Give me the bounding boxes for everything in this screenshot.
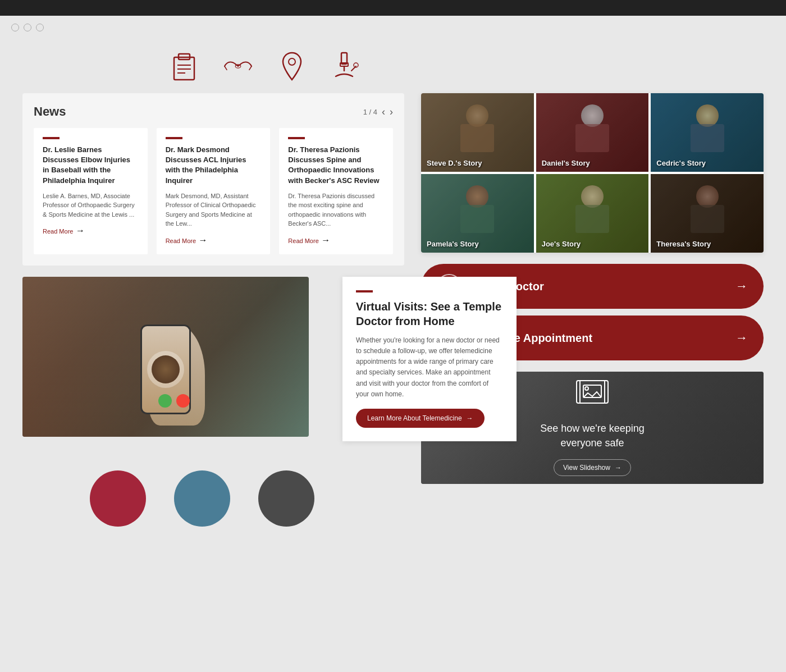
story-label-steve: Steve D.'s Story xyxy=(427,159,482,167)
story-item-cedric[interactable]: Cedric's Story xyxy=(651,93,764,172)
main-content: News 1 / 4 ‹ › Dr. Leslie Barnes Discuss… xyxy=(0,93,786,549)
telemedicine-button-arrow: → xyxy=(467,414,473,422)
news-card-2-accent xyxy=(166,137,182,139)
telemedicine-learn-more-button[interactable]: Learn More About Telemedicine → xyxy=(356,409,485,428)
window-controls xyxy=(0,16,786,39)
blue-dot xyxy=(174,470,230,527)
microscope-icon xyxy=(330,51,362,82)
story-item-daniel[interactable]: Daniel's Story xyxy=(536,93,649,172)
news-navigation: 1 / 4 ‹ › xyxy=(363,106,393,118)
news-section: News 1 / 4 ‹ › Dr. Leslie Barnes Discuss… xyxy=(22,93,404,266)
window-dot-3 xyxy=(36,24,44,31)
window-dot-1 xyxy=(11,24,19,31)
microscope-icon-item[interactable] xyxy=(330,51,362,82)
news-title: News xyxy=(34,104,66,119)
news-pagination: 1 / 4 xyxy=(363,108,377,116)
top-bar xyxy=(0,0,786,16)
story-item-pamela[interactable]: Pamela's Story xyxy=(421,174,534,253)
location-pin-icon xyxy=(276,51,308,82)
news-card-2-read-more[interactable]: Read More xyxy=(166,237,196,244)
news-card-2-body: Mark Desmond, MD, Assistant Professor of… xyxy=(166,191,262,228)
story-label-theresa: Theresa's Story xyxy=(656,240,711,248)
telemedicine-text-box: Virtual Visits: See a Temple Doctor from… xyxy=(342,277,517,441)
story-label-pamela: Pamela's Story xyxy=(427,240,479,248)
slideshow-button-label: View Slideshow xyxy=(563,464,610,472)
handshake-icon-item[interactable] xyxy=(222,51,254,82)
dark-dot xyxy=(258,470,314,527)
news-card-3-read-more[interactable]: Read More xyxy=(288,237,318,244)
window-dot-2 xyxy=(24,24,31,31)
story-item-steve[interactable]: Steve D.'s Story xyxy=(421,93,534,172)
news-card-1-accent xyxy=(43,137,60,139)
telemedicine-title: Virtual Visits: See a Temple Doctor from… xyxy=(356,299,503,328)
telemedicine-button-label: Learn More About Telemedicine xyxy=(367,414,462,422)
svg-point-22 xyxy=(585,387,588,390)
slideshow-text-line1: See how we're keeping xyxy=(540,422,645,436)
location-icon-item[interactable] xyxy=(276,51,308,82)
svg-rect-18 xyxy=(577,381,608,403)
news-card-2-title: Dr. Mark Desmond Discusses ACL Injuries … xyxy=(166,145,262,186)
find-doctor-arrow: → xyxy=(735,279,748,294)
telemedicine-section: Virtual Visits: See a Temple Doctor from… xyxy=(22,277,404,437)
schedule-arrow: → xyxy=(735,331,748,345)
icons-row xyxy=(0,39,786,93)
svg-point-6 xyxy=(289,58,295,65)
handshake-icon xyxy=(222,51,254,82)
stories-grid: Steve D.'s Story Daniel's Story Cedric's… xyxy=(421,93,764,253)
left-column: News 1 / 4 ‹ › Dr. Leslie Barnes Discuss… xyxy=(22,93,404,527)
story-item-theresa[interactable]: Theresa's Story xyxy=(651,174,764,253)
news-card-1-arrow: → xyxy=(76,226,85,235)
story-label-cedric: Cedric's Story xyxy=(656,159,706,167)
news-card-1-read-more[interactable]: Read More xyxy=(43,228,73,235)
slideshow-button-arrow: → xyxy=(615,464,622,472)
news-card-1-title: Dr. Leslie Barnes Discusses Elbow Injuri… xyxy=(43,145,139,186)
news-card-3-body: Dr. Theresa Pazionis discussed the most … xyxy=(288,191,384,228)
view-slideshow-button[interactable]: View Slideshow → xyxy=(554,459,631,476)
slideshow-text: See how we're keeping everyone safe xyxy=(540,422,645,450)
news-card-1: Dr. Leslie Barnes Discusses Elbow Injuri… xyxy=(34,128,148,254)
news-card-1-body: Leslie A. Barnes, MD, Associate Professo… xyxy=(43,191,139,220)
story-label-joe: Joe's Story xyxy=(542,240,581,248)
clipboard-icon xyxy=(168,51,200,82)
news-next-arrow[interactable]: › xyxy=(390,106,393,118)
news-card-2-arrow: → xyxy=(199,235,208,245)
slideshow-text-line2: everyone safe xyxy=(540,436,645,450)
news-prev-arrow[interactable]: ‹ xyxy=(382,106,385,118)
story-item-joe[interactable]: Joe's Story xyxy=(536,174,649,253)
telemedicine-body: Whether you're looking for a new doctor … xyxy=(356,335,503,400)
red-dot xyxy=(90,470,146,527)
news-header: News 1 / 4 ‹ › xyxy=(34,104,393,119)
telemedicine-accent xyxy=(356,290,373,292)
news-card-3-title: Dr. Theresa Pazionis Discusses Spine and… xyxy=(288,145,384,186)
clipboard-icon-item[interactable] xyxy=(168,51,200,82)
news-card-3-arrow: → xyxy=(321,235,330,245)
news-cards-container: Dr. Leslie Barnes Discusses Elbow Injuri… xyxy=(34,128,393,254)
news-card-3-accent xyxy=(288,137,305,139)
story-label-daniel: Daniel's Story xyxy=(542,159,590,167)
telemedicine-image xyxy=(22,277,309,437)
news-card-3: Dr. Theresa Pazionis Discusses Spine and… xyxy=(279,128,393,254)
slideshow-icon xyxy=(575,380,609,413)
news-card-2: Dr. Mark Desmond Discusses ACL Injuries … xyxy=(157,128,271,254)
color-dots-row xyxy=(22,437,404,527)
